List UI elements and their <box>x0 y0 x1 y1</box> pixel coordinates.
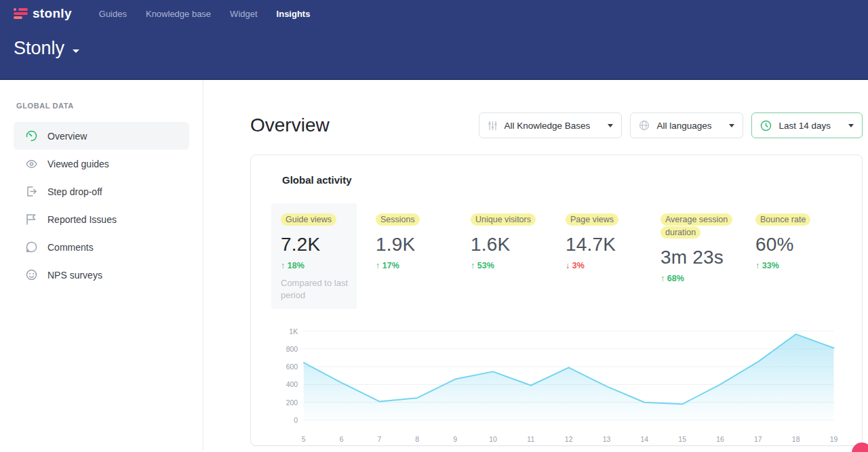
svg-text:14: 14 <box>640 435 648 443</box>
sidebar-item-comments[interactable]: Comments <box>14 233 189 261</box>
metrics-row: Guide views 7.2K ↑ 18% Compared to last … <box>271 203 842 309</box>
sidebar-section-title: GLOBAL DATA <box>16 102 203 110</box>
nav-item-knowledge-base[interactable]: Knowledge base <box>136 9 220 19</box>
svg-text:1K: 1K <box>289 327 298 335</box>
metric-delta: ↑ 68% <box>660 274 736 283</box>
app-header: stonly Guides Knowledge base Widget Insi… <box>0 0 868 80</box>
metric-value: 14.7K <box>566 234 642 255</box>
svg-text:200: 200 <box>286 398 298 407</box>
chevron-down-icon <box>608 124 613 127</box>
language-filter-value: All languages <box>656 121 711 131</box>
nav-item-widget[interactable]: Widget <box>220 9 267 19</box>
metric-avg-session-duration[interactable]: Average session duration 3m 23s ↑ 68% <box>651 203 746 291</box>
arrow-up-icon: ↑ <box>281 261 285 270</box>
metric-delta: ↑ 17% <box>376 261 452 270</box>
metric-page-views[interactable]: Page views 14.7K ↓ 3% <box>556 203 651 279</box>
svg-text:9: 9 <box>453 435 457 443</box>
svg-text:12: 12 <box>565 435 573 443</box>
smiley-icon <box>26 269 37 281</box>
main-content: Overview All Knowledge Bases All languag… <box>203 80 868 451</box>
metric-label: Page views <box>566 213 618 226</box>
metric-label: Sessions <box>376 213 420 226</box>
svg-text:17: 17 <box>754 435 762 443</box>
stonly-logo[interactable]: stonly <box>14 6 72 21</box>
arrow-up-icon: ↑ <box>660 274 665 283</box>
top-navigation: stonly Guides Knowledge base Widget Insi… <box>0 0 868 27</box>
filters-row: All Knowledge Bases All languages Last 1… <box>479 112 863 138</box>
sidebar-item-reported-issues[interactable]: Reported Issues <box>14 205 189 233</box>
card-title: Global activity <box>282 174 842 186</box>
metric-delta: ↓ 3% <box>566 261 642 270</box>
chevron-down-icon[interactable] <box>73 49 79 53</box>
metric-sessions[interactable]: Sessions 1.9K ↑ 17% <box>366 203 461 279</box>
arrow-up-icon: ↑ <box>376 261 380 270</box>
nav-items: Guides Knowledge base Widget Insights <box>90 9 320 19</box>
sliders-icon <box>488 121 498 131</box>
metric-delta: ↑ 18% <box>281 261 347 270</box>
svg-text:6: 6 <box>340 435 344 443</box>
sidebar-item-label: Reported Issues <box>47 214 117 225</box>
exit-box-icon <box>26 186 37 197</box>
metric-guide-views[interactable]: Guide views 7.2K ↑ 18% Compared to last … <box>271 203 357 309</box>
sidebar-item-label: NPS surveys <box>47 270 102 281</box>
sidebar-item-label: Step drop-off <box>47 186 102 197</box>
nav-item-guides[interactable]: Guides <box>90 9 136 19</box>
sidebar-item-label: Comments <box>47 242 94 253</box>
svg-text:7: 7 <box>378 435 382 443</box>
date-range-value: Last 14 days <box>778 121 831 131</box>
page-title: Overview <box>250 115 330 136</box>
workspace-title: Stonly <box>14 38 64 59</box>
language-filter-dropdown[interactable]: All languages <box>630 112 743 138</box>
comment-icon <box>26 241 37 253</box>
knowledge-base-filter-value: All Knowledge Bases <box>505 121 591 131</box>
metric-value: 1.9K <box>376 234 452 255</box>
workspace-row: Stonly <box>0 38 868 59</box>
metric-label: Unique visitors <box>471 213 536 226</box>
global-activity-card: Global activity Guide views 7.2K ↑ 18% C… <box>250 155 863 446</box>
metric-delta: ↑ 33% <box>755 261 831 270</box>
svg-text:15: 15 <box>678 435 686 443</box>
activity-chart[interactable]: 02004006008001K5678910111213141516171819 <box>271 319 842 450</box>
stonly-logo-icon <box>14 7 28 20</box>
svg-text:13: 13 <box>603 435 611 443</box>
eye-icon <box>26 158 37 169</box>
sidebar: GLOBAL DATA Overview Viewed guides Step … <box>0 80 203 451</box>
svg-text:18: 18 <box>792 435 800 443</box>
metric-value: 60% <box>755 234 831 255</box>
svg-text:10: 10 <box>489 435 497 443</box>
area-chart-svg: 02004006008001K5678910111213141516171819 <box>271 319 842 447</box>
nav-item-insights[interactable]: Insights <box>267 9 320 19</box>
metric-label: Guide views <box>281 213 336 226</box>
sidebar-item-label: Viewed guides <box>47 159 109 169</box>
stonly-logo-text: stonly <box>33 6 72 21</box>
svg-text:19: 19 <box>830 435 838 443</box>
chevron-down-icon <box>848 124 854 127</box>
sidebar-item-overview[interactable]: Overview <box>14 122 189 150</box>
globe-icon <box>639 120 650 131</box>
metric-bounce-rate[interactable]: Bounce rate 60% ↑ 33% <box>746 203 841 279</box>
gauge-icon <box>26 130 37 142</box>
knowledge-base-filter-dropdown[interactable]: All Knowledge Bases <box>479 112 623 138</box>
clock-icon <box>760 120 772 131</box>
svg-text:800: 800 <box>286 345 298 353</box>
sidebar-item-viewed-guides[interactable]: Viewed guides <box>14 150 189 178</box>
svg-text:0: 0 <box>294 416 298 424</box>
svg-text:400: 400 <box>286 380 298 388</box>
svg-text:5: 5 <box>302 435 306 443</box>
metric-value: 3m 23s <box>660 247 736 268</box>
metric-label: Bounce rate <box>755 213 810 226</box>
arrow-down-icon: ↓ <box>566 261 570 270</box>
sidebar-item-step-drop-off[interactable]: Step drop-off <box>14 178 189 205</box>
flag-icon <box>26 213 37 225</box>
svg-text:11: 11 <box>527 435 534 443</box>
svg-text:16: 16 <box>716 435 724 443</box>
metric-delta: ↑ 53% <box>471 261 547 270</box>
metric-value: 1.6K <box>471 234 547 255</box>
sidebar-item-nps-surveys[interactable]: NPS surveys <box>14 261 189 289</box>
svg-text:8: 8 <box>415 435 419 443</box>
arrow-up-icon: ↑ <box>471 261 475 270</box>
date-range-dropdown[interactable]: Last 14 days <box>751 112 863 138</box>
metric-unique-visitors[interactable]: Unique visitors 1.6K ↑ 53% <box>461 203 556 279</box>
sidebar-item-label: Overview <box>47 131 87 142</box>
metric-label: Average session duration <box>660 213 732 239</box>
